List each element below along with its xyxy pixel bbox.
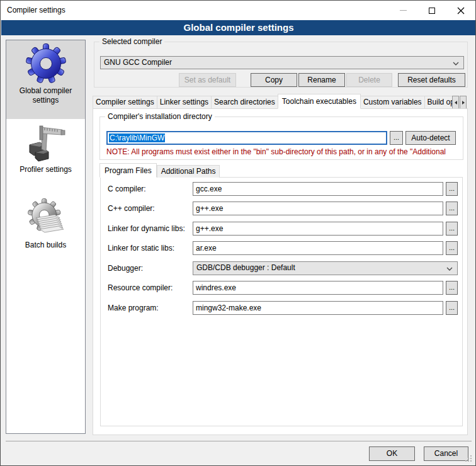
maximize-icon — [429, 8, 435, 14]
make-program-label: Make program: — [108, 301, 159, 315]
subtab-additional-paths[interactable]: Additional Paths — [157, 165, 220, 178]
resource-compiler-input[interactable] — [193, 281, 443, 295]
sidebar-item-profiler-settings[interactable]: Profiler settings — [6, 119, 85, 195]
linker-dynamic-input[interactable] — [193, 222, 443, 236]
arrow-right-icon — [462, 101, 465, 105]
tab-compiler-settings[interactable]: Compiler settings — [93, 96, 157, 108]
linker-static-label: Linker for static libs: — [108, 241, 174, 255]
resize-grip[interactable] — [465, 455, 473, 463]
c-compiler-label: C compiler: — [108, 182, 146, 196]
blue-gear-icon — [26, 43, 66, 84]
tab-build-options[interactable]: Build options — [424, 96, 452, 108]
linker-static-input[interactable] — [193, 241, 443, 255]
compiler-settings-window: Compiler settings Global compiler settin… — [0, 0, 476, 466]
delete-button[interactable]: Delete — [346, 73, 392, 87]
installation-directory-group-label: Compiler's installation directory — [105, 112, 215, 121]
resource-compiler-label: Resource compiler: — [108, 281, 173, 295]
tab-scroll-left-button[interactable] — [452, 96, 459, 109]
cpp-compiler-browse-button[interactable]: ... — [446, 202, 458, 215]
program-files-tab-strip: Program Files Additional Paths — [99, 163, 220, 178]
footer-divider — [6, 441, 472, 441]
subtab-program-files[interactable]: Program Files — [99, 163, 157, 178]
bin-subdirectory-note: NOTE: All programs must exist either in … — [106, 147, 459, 156]
toolchain-executables-panel: Compiler's installation directory C:\ray… — [93, 108, 468, 435]
make-program-browse-button[interactable]: ... — [446, 301, 458, 315]
maximize-button[interactable] — [417, 1, 446, 20]
set-as-default-button[interactable]: Set as default — [179, 73, 236, 87]
tab-scroll-right-button[interactable] — [460, 96, 467, 109]
sidebar-item-label: Profiler settings — [6, 165, 85, 174]
linker-static-browse-button[interactable]: ... — [446, 241, 458, 255]
sidebar-item-label: Global compiler settings — [6, 86, 85, 105]
tab-linker-settings[interactable]: Linker settings — [157, 96, 212, 108]
debugger-select-value: GDB/CDB debugger : Default — [196, 263, 295, 272]
cpp-compiler-input[interactable] — [193, 202, 443, 215]
tab-custom-variables[interactable]: Custom variables — [360, 96, 425, 108]
debugger-label: Debugger: — [108, 261, 143, 275]
ok-button[interactable]: OK — [369, 446, 415, 461]
install-dir-browse-button[interactable]: ... — [390, 131, 403, 145]
tab-toolchain-executables[interactable]: Toolchain executables — [278, 94, 361, 109]
close-icon — [457, 7, 465, 14]
dialog-heading: Global compiler settings — [1, 20, 476, 35]
linker-dynamic-label: Linker for dynamic libs: — [108, 222, 185, 236]
cpp-compiler-label: C++ compiler: — [108, 202, 155, 215]
minimize-button[interactable] — [388, 1, 417, 20]
make-program-input[interactable] — [193, 301, 443, 315]
debugger-select[interactable]: GDB/CDB debugger : Default — [193, 261, 458, 275]
minimize-icon — [400, 10, 407, 11]
gray-gear-stack-icon — [26, 198, 66, 238]
compiler-select-value: GNU GCC Compiler — [104, 58, 172, 67]
installation-directory-group: Compiler's installation directory C:\ray… — [99, 116, 463, 160]
rename-button[interactable]: Rename — [298, 73, 345, 87]
auto-detect-button[interactable]: Auto-detect — [405, 131, 456, 145]
sidebar-item-label: Batch builds — [6, 241, 85, 250]
resource-compiler-browse-button[interactable]: ... — [446, 281, 458, 295]
sidebar-item-global-compiler-settings[interactable]: Global compiler settings — [6, 40, 85, 119]
settings-category-list: Global compiler settings Profiler settin… — [6, 40, 86, 434]
tab-search-directories[interactable]: Search directories — [211, 96, 278, 108]
arrow-left-icon — [455, 101, 457, 105]
install-dir-input[interactable]: C:\raylib\MinGW — [106, 131, 387, 145]
c-compiler-browse-button[interactable]: ... — [446, 182, 458, 196]
compiler-select[interactable]: GNU GCC Compiler — [100, 56, 464, 69]
c-compiler-input[interactable] — [193, 182, 443, 196]
selected-compiler-group-label: Selected compiler — [99, 37, 164, 46]
chevron-down-icon — [446, 267, 453, 271]
chevron-down-icon — [453, 62, 459, 65]
caliper-icon — [26, 122, 66, 162]
linker-dynamic-browse-button[interactable]: ... — [446, 222, 458, 236]
install-dir-selected-text: C:\raylib\MinGW — [109, 134, 165, 142]
sidebar-item-batch-builds[interactable]: Batch builds — [6, 195, 85, 269]
titlebar[interactable]: Compiler settings — [1, 1, 475, 20]
program-files-panel: C compiler: ... C++ compiler: ... Linker… — [100, 177, 463, 426]
close-button[interactable] — [446, 1, 475, 20]
window-title: Compiler settings — [7, 1, 65, 20]
compiler-tab-strip: Compiler settings Linker settings Search… — [93, 94, 452, 109]
selected-compiler-group: Selected compiler GNU GCC Compiler Set a… — [94, 42, 468, 88]
cancel-button[interactable]: Cancel — [424, 446, 468, 461]
copy-button[interactable]: Copy — [251, 73, 297, 87]
reset-defaults-button[interactable]: Reset defaults — [398, 73, 465, 87]
